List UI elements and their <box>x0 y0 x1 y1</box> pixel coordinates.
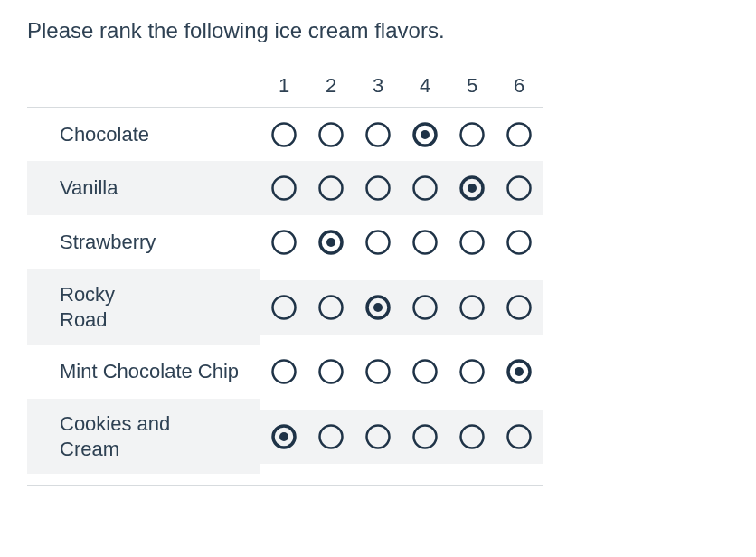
radio-unselected-icon <box>270 358 298 385</box>
svg-point-12 <box>468 184 477 193</box>
svg-point-21 <box>273 296 296 318</box>
column-header-5: 5 <box>449 65 496 107</box>
svg-point-17 <box>367 231 390 254</box>
radio-option[interactable] <box>307 410 354 464</box>
column-header-2: 2 <box>307 65 354 107</box>
radio-option[interactable] <box>260 161 307 215</box>
radio-unselected-icon <box>506 423 533 450</box>
svg-point-2 <box>367 123 390 146</box>
radio-unselected-icon <box>411 423 439 450</box>
svg-point-26 <box>461 296 484 318</box>
radio-option[interactable] <box>449 345 496 399</box>
radio-option[interactable] <box>402 345 449 399</box>
radio-unselected-icon <box>506 229 533 256</box>
radio-unselected-icon <box>364 229 392 256</box>
svg-point-0 <box>273 123 296 146</box>
row-label: Vanilla <box>27 161 260 215</box>
radio-option[interactable] <box>449 215 496 269</box>
radio-option[interactable] <box>307 161 354 215</box>
radio-option[interactable] <box>402 410 449 464</box>
radio-option[interactable] <box>496 410 543 464</box>
column-header-6: 6 <box>496 65 543 107</box>
radio-unselected-icon <box>506 294 533 321</box>
svg-point-27 <box>508 296 531 318</box>
radio-option[interactable] <box>307 215 354 269</box>
radio-option[interactable] <box>449 410 496 464</box>
ranking-matrix: 1 2 3 4 5 6 ChocolateVanillaStrawberryRo… <box>27 65 729 486</box>
radio-option[interactable] <box>354 345 402 399</box>
radio-unselected-icon <box>317 294 345 321</box>
radio-option[interactable] <box>354 107 402 161</box>
radio-selected-icon <box>506 358 533 385</box>
radio-unselected-icon <box>411 358 439 385</box>
radio-unselected-icon <box>317 121 345 148</box>
radio-unselected-icon <box>506 121 533 148</box>
radio-unselected-icon <box>458 121 486 148</box>
radio-unselected-icon <box>270 294 298 321</box>
svg-point-1 <box>320 123 343 146</box>
svg-point-34 <box>515 367 524 376</box>
radio-option[interactable] <box>354 280 402 335</box>
svg-point-22 <box>320 296 343 318</box>
svg-point-9 <box>367 177 390 200</box>
radio-option[interactable] <box>449 280 496 335</box>
radio-unselected-icon <box>270 175 298 202</box>
radio-unselected-icon <box>458 358 486 385</box>
radio-unselected-icon <box>364 121 392 148</box>
radio-option[interactable] <box>307 345 354 399</box>
svg-point-38 <box>367 425 390 448</box>
svg-point-29 <box>320 361 343 383</box>
radio-unselected-icon <box>270 229 298 256</box>
radio-option[interactable] <box>402 161 449 215</box>
radio-unselected-icon <box>411 175 439 202</box>
svg-point-39 <box>414 425 437 448</box>
radio-option[interactable] <box>496 161 543 215</box>
radio-unselected-icon <box>317 358 345 385</box>
svg-point-24 <box>373 303 383 312</box>
radio-option[interactable] <box>449 161 496 215</box>
radio-option[interactable] <box>354 161 402 215</box>
radio-unselected-icon <box>270 121 298 148</box>
radio-option[interactable] <box>260 107 307 161</box>
radio-option[interactable] <box>260 215 307 269</box>
column-header-1: 1 <box>260 65 307 107</box>
radio-option[interactable] <box>260 410 307 464</box>
header-spacer <box>27 77 260 95</box>
svg-point-16 <box>326 238 335 247</box>
svg-point-31 <box>414 361 437 383</box>
svg-point-8 <box>320 177 343 200</box>
column-header-3: 3 <box>354 65 402 107</box>
svg-point-13 <box>508 177 531 200</box>
radio-option[interactable] <box>402 280 449 335</box>
radio-unselected-icon <box>458 423 486 450</box>
radio-option[interactable] <box>402 107 449 161</box>
svg-point-40 <box>461 425 484 448</box>
radio-option[interactable] <box>449 107 496 161</box>
svg-point-41 <box>508 425 531 448</box>
radio-unselected-icon <box>411 229 439 256</box>
svg-point-37 <box>320 425 343 448</box>
row-label: Strawberry <box>27 215 260 269</box>
radio-unselected-icon <box>317 175 345 202</box>
radio-unselected-icon <box>506 175 533 202</box>
radio-option[interactable] <box>260 345 307 399</box>
row-label: Cookies and Cream <box>27 399 260 474</box>
radio-selected-icon <box>317 229 345 256</box>
radio-unselected-icon <box>364 423 392 450</box>
radio-option[interactable] <box>307 107 354 161</box>
radio-option[interactable] <box>402 215 449 269</box>
svg-point-6 <box>508 123 531 146</box>
radio-option[interactable] <box>260 280 307 335</box>
radio-option[interactable] <box>354 215 402 269</box>
column-header-4: 4 <box>402 65 449 107</box>
radio-option[interactable] <box>496 280 543 335</box>
radio-option[interactable] <box>496 345 543 399</box>
radio-option[interactable] <box>307 280 354 335</box>
radio-unselected-icon <box>458 229 486 256</box>
radio-option[interactable] <box>496 215 543 269</box>
radio-unselected-icon <box>364 358 392 385</box>
radio-option[interactable] <box>496 107 543 161</box>
radio-option[interactable] <box>354 410 402 464</box>
radio-selected-icon <box>364 294 392 321</box>
svg-point-25 <box>414 296 437 318</box>
